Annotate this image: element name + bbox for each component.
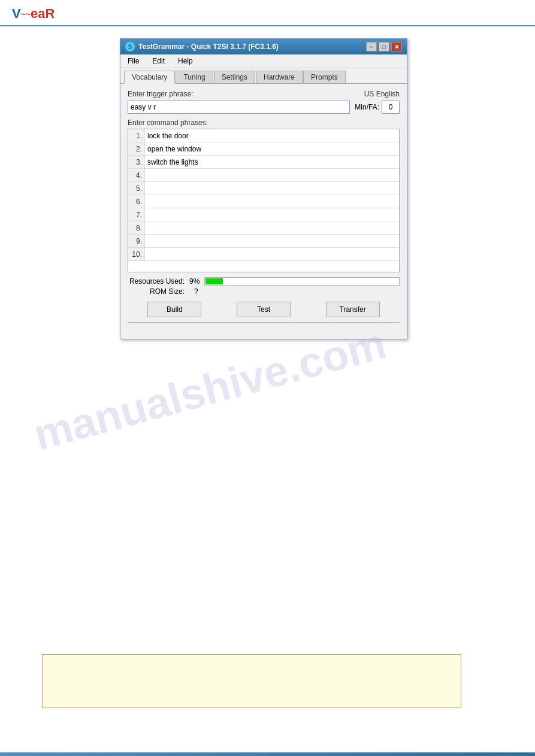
note-box (42, 654, 461, 708)
logo-vee: V (12, 6, 21, 21)
command-num-3: 3. (128, 156, 145, 168)
command-input-6[interactable] (145, 195, 399, 208)
language-label: US English (364, 90, 400, 98)
minfa-row: Min/FA: (355, 101, 400, 114)
tab-bar: Vocabulary Tuning Settings Hardware Prom… (120, 68, 407, 84)
window-statusbar (128, 322, 400, 333)
menu-bar: File Edit Help (120, 54, 407, 68)
command-input-9[interactable] (145, 235, 399, 247)
menu-file[interactable]: File (124, 56, 143, 66)
rom-label: ROM Size: (128, 287, 185, 296)
command-row-7: 7. (128, 208, 399, 221)
rom-value: ? (194, 287, 198, 296)
resources-percent: 9% (189, 277, 200, 286)
command-row-3: 3. (128, 156, 399, 169)
trigger-phrase-label: Enter trigger phrase: (128, 90, 193, 98)
command-num-5: 5. (128, 182, 145, 195)
command-row-5: 5. (128, 182, 399, 195)
resources-bar-container (204, 277, 400, 286)
button-row: Build Test Transfer (128, 302, 400, 317)
trigger-input-row: Min/FA: (128, 101, 400, 114)
window-title: TestGrammar - Quick T2SI 3.1.7 (FC3.1.6) (138, 42, 279, 51)
trigger-phrase-row: Enter trigger phrase: US English (128, 90, 400, 98)
command-row-6: 6. (128, 195, 399, 208)
command-input-1[interactable] (145, 129, 399, 142)
tab-settings[interactable]: Settings (214, 71, 255, 83)
commands-container[interactable]: 1. 2. 3. 4. 5. (128, 129, 400, 272)
command-row-8: 8. (128, 221, 399, 235)
minfa-input[interactable] (382, 101, 400, 114)
app-window: S TestGrammar - Quick T2SI 3.1.7 (FC3.1.… (120, 38, 407, 339)
test-button[interactable]: Test (237, 302, 291, 317)
header: V~~eaR (0, 0, 535, 26)
minfa-label: Min/FA: (355, 103, 379, 111)
command-row-4: 4. (128, 169, 399, 182)
command-num-7: 7. (128, 208, 145, 221)
resources-row: Resources Used: 9% (128, 277, 400, 286)
command-phrases-label: Enter command phrases: (128, 119, 400, 127)
command-input-2[interactable] (145, 142, 399, 155)
titlebar-left: S TestGrammar - Quick T2SI 3.1.7 (FC3.1.… (125, 42, 279, 51)
titlebar-controls: – □ ✕ (366, 42, 402, 51)
app-icon: S (125, 42, 135, 51)
command-row-1: 1. (128, 129, 399, 142)
build-button[interactable]: Build (147, 302, 201, 317)
minimize-button[interactable]: – (366, 42, 377, 51)
command-input-10[interactable] (145, 248, 399, 260)
command-row-2: 2. (128, 142, 399, 156)
maximize-button[interactable]: □ (379, 42, 389, 51)
resources-section: Resources Used: 9% ROM Size: ? (128, 277, 400, 296)
menu-help[interactable]: Help (174, 56, 197, 66)
close-button[interactable]: ✕ (391, 42, 402, 51)
command-row-9: 9. (128, 235, 399, 248)
command-row-10: 10. (128, 248, 399, 261)
logo: V~~eaR (12, 6, 55, 22)
command-num-9: 9. (128, 235, 145, 247)
trigger-input[interactable] (128, 101, 350, 114)
tab-tuning[interactable]: Tuning (176, 71, 213, 83)
rom-row: ROM Size: ? (128, 287, 400, 296)
command-input-4[interactable] (145, 169, 399, 181)
logo-ear: eaR (31, 6, 55, 21)
logo-squiggle: ~~ (21, 10, 31, 19)
transfer-button[interactable]: Transfer (326, 302, 380, 317)
command-input-7[interactable] (145, 208, 399, 221)
main-content: S TestGrammar - Quick T2SI 3.1.7 (FC3.1.… (0, 26, 535, 339)
resources-bar-fill (205, 278, 223, 284)
tab-prompts[interactable]: Prompts (303, 71, 346, 83)
command-num-4: 4. (128, 169, 145, 181)
command-num-10: 10. (128, 248, 145, 260)
command-num-2: 2. (128, 142, 145, 155)
window-body: Enter trigger phrase: US English Min/FA:… (120, 84, 407, 339)
command-num-8: 8. (128, 221, 145, 234)
tab-vocabulary[interactable]: Vocabulary (124, 71, 175, 84)
command-input-8[interactable] (145, 221, 399, 234)
tab-hardware[interactable]: Hardware (256, 71, 303, 83)
menu-edit[interactable]: Edit (149, 56, 168, 66)
titlebar: S TestGrammar - Quick T2SI 3.1.7 (FC3.1.… (120, 39, 407, 54)
command-input-5[interactable] (145, 182, 399, 195)
bottom-footer (0, 752, 535, 756)
command-num-6: 6. (128, 195, 145, 208)
resources-label: Resources Used: (128, 277, 185, 286)
command-input-3[interactable] (145, 156, 399, 168)
command-num-1: 1. (128, 129, 145, 142)
watermark-text: manualshive.com (29, 318, 391, 460)
